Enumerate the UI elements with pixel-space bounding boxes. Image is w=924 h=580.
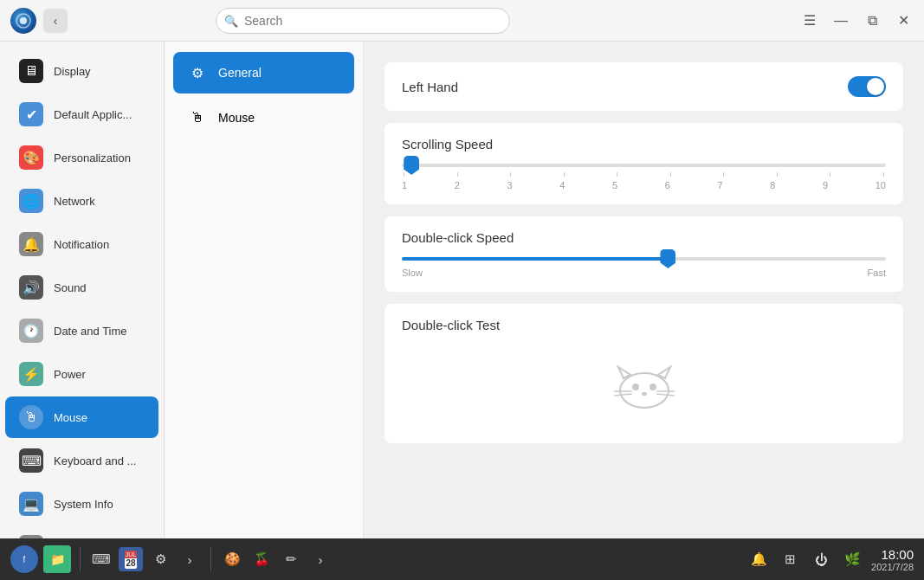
taskbar-clock: 18:00 2021/7/28 xyxy=(871,547,914,572)
doubleclick-test-label: Double-click Test xyxy=(402,318,886,332)
taskbar-cookie-icon[interactable]: 🍪 xyxy=(220,547,244,571)
subnav-general[interactable]: ⚙ General xyxy=(173,52,354,93)
doubleclick-speed-thumb[interactable] xyxy=(660,249,675,268)
main-content: 🖥 Display ✔ Default Applic... 🎨 Personal… xyxy=(0,42,924,538)
sidebar-item-datetime[interactable]: 🕐 Date and Time xyxy=(5,310,158,351)
taskbar-app-fedora[interactable]: f xyxy=(10,545,38,573)
svg-marker-3 xyxy=(618,367,630,378)
scrolling-speed-section: Scrolling Speed xyxy=(384,123,903,204)
files-icon: 📁 xyxy=(50,552,65,566)
taskbar-settings-icon[interactable]: ⚙ xyxy=(148,547,172,571)
sidebar-item-power[interactable]: ⚡ Power xyxy=(5,353,158,395)
sidebar-item-datetime-label: Date and Time xyxy=(54,325,127,338)
tick-4 xyxy=(564,172,565,177)
sidebar-item-power-label: Power xyxy=(54,368,86,381)
sidebar-item-default-apps[interactable]: ✔ Default Applic... xyxy=(5,93,158,135)
subnav-mouse-label: Mouse xyxy=(218,111,255,125)
svg-text:f: f xyxy=(23,555,26,564)
sysinfo-icon: 💻 xyxy=(19,492,43,516)
sidebar-item-keyboard-label: Keyboard and ... xyxy=(54,454,136,467)
scrolling-speed-label: Scrolling Speed xyxy=(402,137,886,151)
scroll-label-6: 6 xyxy=(665,180,670,190)
sidebar-item-keyboard[interactable]: ⌨ Keyboard and ... xyxy=(5,440,158,481)
sidebar-item-personalization[interactable]: 🎨 Personalization xyxy=(5,137,158,178)
doubleclick-test-area[interactable] xyxy=(402,343,886,429)
sidebar-item-network[interactable]: 🌐 Network xyxy=(5,180,158,222)
taskbar-grid-icon[interactable]: ⊞ xyxy=(778,547,802,571)
sidebar-item-mouse[interactable]: 🖱 Mouse xyxy=(5,396,158,438)
keyboard-icon: ⌨ xyxy=(19,448,43,473)
taskbar-time-display: 18:00 xyxy=(871,547,914,562)
sidebar-item-network-label: Network xyxy=(54,195,95,208)
sidebar-item-display[interactable]: 🖥 Display xyxy=(5,50,158,92)
titlebar: ‹ 🔍 ☰ — ⧉ ✕ xyxy=(0,0,924,42)
network-icon: 🌐 xyxy=(19,189,43,213)
taskbar-keyboard-icon[interactable]: ⌨ xyxy=(89,547,113,571)
taskbar-calendar-icon[interactable]: JUL 28 xyxy=(119,547,143,571)
taskbar-more-icon[interactable]: › xyxy=(178,547,202,571)
search-icon: 🔍 xyxy=(224,14,238,27)
tick-2 xyxy=(457,172,458,177)
taskbar-next-icon[interactable]: › xyxy=(308,547,333,571)
scroll-label-10: 10 xyxy=(876,180,886,190)
sound-icon: 🔊 xyxy=(19,275,43,300)
scroll-label-4: 4 xyxy=(559,180,565,190)
left-hand-label: Left Hand xyxy=(402,80,458,94)
sidebar-item-personalization-label: Personalization xyxy=(54,151,131,164)
scroll-label-5: 5 xyxy=(612,180,617,190)
mouse-icon: 🖱 xyxy=(19,405,43,429)
taskbar-separator-2 xyxy=(210,547,211,571)
default-apps-icon: ✔ xyxy=(19,102,43,126)
menu-button[interactable]: ☰ xyxy=(799,10,820,31)
doubleclick-speed-slider-container: Slow Fast xyxy=(402,257,886,278)
left-hand-toggle[interactable] xyxy=(848,76,886,97)
doubleclick-speed-track xyxy=(402,257,886,261)
search-container: 🔍 xyxy=(216,8,510,34)
personalization-icon: 🎨 xyxy=(19,145,43,170)
sidebar-item-sound[interactable]: 🔊 Sound xyxy=(5,267,158,308)
window-controls: ☰ — ⧉ ✕ xyxy=(799,10,914,31)
taskbar-bell-icon[interactable]: 🔔 xyxy=(746,547,771,571)
back-button[interactable]: ‹ xyxy=(43,9,68,33)
notification-icon: 🔔 xyxy=(19,232,43,256)
sidebar-item-default-apps-label: Default Applic... xyxy=(54,108,132,121)
taskbar: f 📁 ⌨ JUL 28 ⚙ › 🍪 🍒 ✏ › 🔔 ⊞ ⏻ 🌿 18:00 2… xyxy=(0,538,924,580)
scroll-label-9: 9 xyxy=(823,180,828,190)
toggle-knob xyxy=(867,78,884,95)
scroll-label-3: 3 xyxy=(507,180,513,190)
svg-point-2 xyxy=(620,373,669,408)
mouse-nav-icon: 🖱 xyxy=(185,106,210,130)
scroll-label-7: 7 xyxy=(718,180,723,190)
sidebar-item-display-label: Display xyxy=(54,65,91,78)
doubleclick-slow-label: Slow xyxy=(402,267,423,278)
sidebar-item-notification[interactable]: 🔔 Notification xyxy=(5,223,158,265)
subnav-mouse[interactable]: 🖱 Mouse xyxy=(173,97,354,139)
general-nav-icon: ⚙ xyxy=(185,61,210,85)
tick-10 xyxy=(883,172,884,177)
minimize-button[interactable]: — xyxy=(830,10,851,31)
tick-8 xyxy=(777,172,778,177)
sidebar: 🖥 Display ✔ Default Applic... 🎨 Personal… xyxy=(0,42,165,538)
svg-point-1 xyxy=(20,17,27,24)
taskbar-leaf-icon[interactable]: 🌿 xyxy=(840,547,864,571)
maximize-button[interactable]: ⧉ xyxy=(862,10,882,31)
sidebar-item-gensettings[interactable]: ⚙ General Settin... xyxy=(5,526,158,538)
tick-6 xyxy=(670,172,671,177)
close-button[interactable]: ✕ xyxy=(893,10,914,31)
sidebar-item-sysinfo[interactable]: 💻 System Info xyxy=(5,483,158,525)
svg-marker-4 xyxy=(658,367,670,378)
taskbar-date-display: 2021/7/28 xyxy=(871,562,914,572)
taskbar-right: 🔔 ⊞ ⏻ 🌿 18:00 2021/7/28 xyxy=(746,547,914,572)
taskbar-cherry-icon[interactable]: 🍒 xyxy=(249,547,274,571)
taskbar-pen-icon[interactable]: ✏ xyxy=(279,547,303,571)
subnav-panel: ⚙ General 🖱 Mouse xyxy=(165,42,364,538)
left-hand-row: Left Hand xyxy=(384,62,903,111)
content-area: ⚙ General 🖱 Mouse Left Hand Scrolling Sp… xyxy=(165,42,924,538)
svg-point-5 xyxy=(632,383,639,390)
search-input[interactable] xyxy=(216,8,510,34)
taskbar-power-icon[interactable]: ⏻ xyxy=(809,547,833,571)
fedora-icon: f xyxy=(16,551,33,568)
svg-line-8 xyxy=(614,394,632,396)
sidebar-item-sound-label: Sound xyxy=(54,281,87,294)
taskbar-app-files[interactable]: 📁 xyxy=(43,545,71,573)
